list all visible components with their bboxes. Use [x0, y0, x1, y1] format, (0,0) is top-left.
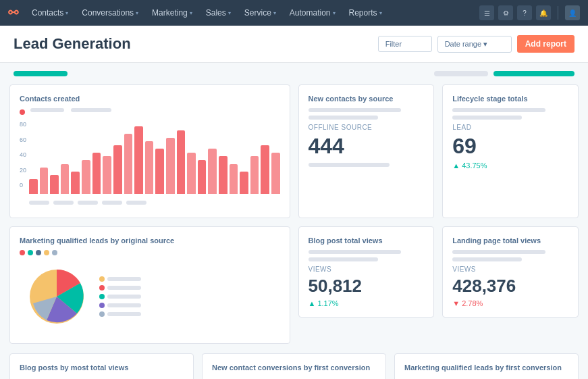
legend-label-social [107, 295, 141, 299]
bar-17 [208, 149, 217, 194]
bar-23 [271, 153, 280, 194]
contacts-chevron-icon: ▾ [65, 10, 68, 16]
bar-2 [50, 175, 59, 194]
header-actions: Filter Date range ▾ Add report [378, 35, 574, 53]
bar-chart [29, 126, 279, 194]
landing-views-label: VIEWS [452, 266, 568, 273]
sales-chevron-icon: ▾ [228, 10, 231, 16]
bar-20 [240, 172, 248, 194]
sub-header [0, 63, 588, 84]
nav-service[interactable]: Service ▾ [239, 5, 282, 20]
blog-post-title: Blog post total views [309, 236, 425, 245]
legend-organic [99, 285, 141, 290]
bar-11 [145, 141, 154, 194]
new-contacts-title: New contacts by source [309, 95, 425, 103]
bar-4 [71, 172, 80, 194]
legend-dot-red [99, 285, 105, 290]
pie-container [20, 259, 280, 334]
nav-search-icon[interactable]: ☰ [479, 5, 494, 20]
nav-icon-group: ☰ ⚙ ? 🔔 👤 [479, 5, 580, 20]
contacts-created-title: Contacts created [20, 95, 280, 103]
bar-22 [261, 145, 269, 194]
source-dots [20, 250, 280, 255]
lifecycle-stage-card: Lifecycle stage totals LEAD 69 ▲ 43.75% [442, 84, 579, 218]
up-arrow-icon: ▲ [452, 161, 460, 170]
bottom-card-blog: Blog posts by most total views [9, 353, 194, 379]
nav-contacts[interactable]: Contacts ▾ [26, 5, 74, 20]
nav-marketing[interactable]: Marketing ▾ [146, 5, 198, 20]
bar-3 [61, 164, 70, 194]
bottom-conversions-title: New contact conversions by first convers… [212, 363, 376, 372]
bar-1 [40, 168, 49, 194]
nav-user-icon[interactable]: 👤 [565, 5, 580, 20]
legend-label-organic [107, 286, 141, 290]
lead-label: LEAD [452, 124, 568, 131]
legend-label-other [107, 312, 141, 316]
filter-pill-left [14, 71, 68, 76]
bar-0 [29, 179, 38, 194]
legend-social [99, 294, 141, 299]
bottom-blog-title: Blog posts by most total views [20, 363, 184, 372]
bar-7 [103, 156, 111, 194]
top-navigation: ⚯ Contacts ▾ Conversations ▾ Marketing ▾… [0, 0, 588, 26]
mql-title: Marketing qualified leads by original so… [20, 236, 280, 245]
page-title: Lead Generation [14, 35, 131, 53]
add-report-button[interactable]: Add report [517, 35, 574, 53]
legend-dot-red [20, 109, 25, 115]
legend-entry-2 [71, 108, 111, 116]
legend-dot-yellow [99, 276, 105, 282]
legend-placeholder-1 [30, 108, 64, 112]
bar-21 [250, 156, 259, 194]
nav-notifications-icon[interactable]: 🔔 [536, 5, 551, 20]
legend-dot-gray [99, 311, 105, 317]
pie-chart [20, 259, 94, 334]
bar-chart-container [29, 121, 279, 208]
dot-yellow [44, 250, 49, 255]
bar-19 [230, 164, 238, 194]
mql-source-card: Marketing qualified leads by original so… [9, 226, 290, 344]
filter-button[interactable]: Filter [378, 36, 432, 52]
landing-change: ▼ 2.78% [452, 299, 568, 307]
nav-reports[interactable]: Reports ▾ [344, 5, 387, 20]
blog-views-label: VIEWS [309, 266, 425, 273]
y-axis: 80 60 40 20 0 [20, 121, 26, 188]
hubspot-logo: ⚯ [8, 5, 18, 20]
blog-views-value: 50,812 [309, 276, 425, 297]
legend-direct [99, 276, 141, 282]
x-labels-row [29, 201, 279, 208]
lifecycle-title: Lifecycle stage totals [452, 95, 568, 103]
dot-red [20, 250, 25, 255]
dashboard-grid: Contacts created 80 60 40 20 0 [0, 84, 588, 353]
landing-page-views-card: Landing page total views VIEWS 428,376 ▼… [442, 226, 579, 318]
conversations-chevron-icon: ▾ [136, 10, 138, 16]
nav-automation[interactable]: Automation ▾ [284, 5, 341, 20]
legend-entry-1 [20, 108, 64, 116]
bar-8 [113, 145, 122, 194]
nav-divider [558, 6, 558, 20]
nav-settings-icon[interactable]: ⚙ [498, 5, 513, 20]
legend-dot-teal [99, 294, 105, 299]
bottom-row: Blog posts by most total views New conta… [0, 353, 588, 379]
bar-9 [124, 134, 133, 194]
legend-dot-purple [99, 303, 105, 308]
legend-label-email [107, 303, 141, 307]
nav-sales[interactable]: Sales ▾ [201, 5, 236, 20]
lifecycle-change: ▲ 43.75% [452, 161, 568, 170]
bottom-card-conversions: New contact conversions by first convers… [202, 353, 386, 379]
legend-placeholder-2 [71, 108, 111, 112]
new-contacts-value: 444 [309, 134, 425, 159]
dot-blue [36, 250, 41, 255]
nav-help-icon[interactable]: ? [517, 5, 532, 20]
bar-13 [166, 138, 175, 194]
bottom-mql-title: Marketing qualified leads by first conve… [404, 363, 568, 372]
chart-area: 80 60 40 20 0 [20, 121, 280, 208]
bar-10 [134, 126, 143, 194]
lifecycle-value: 69 [452, 134, 568, 159]
filter-pill-right [493, 71, 574, 76]
date-range-button[interactable]: Date range ▾ [437, 36, 512, 53]
nav-conversations[interactable]: Conversations ▾ [76, 5, 144, 20]
bar-14 [177, 130, 186, 194]
bar-5 [82, 160, 90, 194]
dot-gray [52, 250, 57, 255]
new-contacts-source-card: New contacts by source OFFLINE SOURCE 44… [298, 84, 435, 218]
